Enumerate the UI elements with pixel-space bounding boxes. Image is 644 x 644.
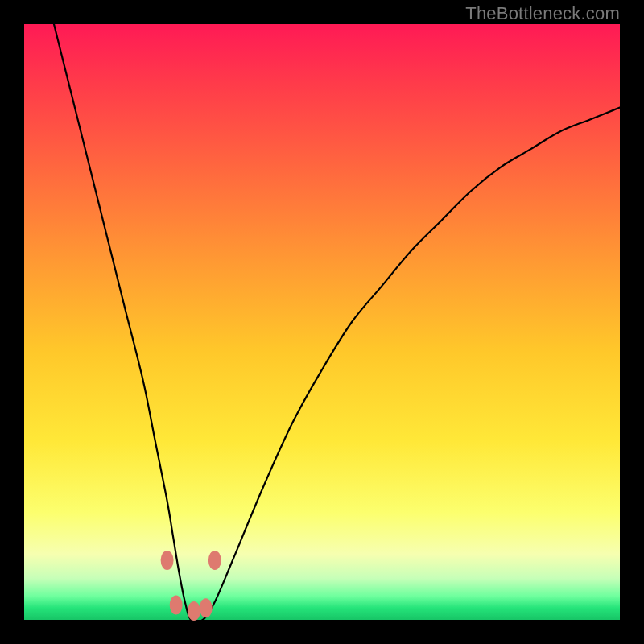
bottleneck-curve [24, 24, 620, 620]
curve-marker [161, 551, 174, 570]
curve-path [54, 24, 620, 622]
plot-area [24, 24, 620, 620]
curve-marker [208, 551, 221, 570]
curve-marker [170, 596, 183, 615]
curve-marker [200, 598, 213, 617]
curve-marker [188, 601, 200, 621]
chart-frame: TheBottleneck.com [0, 0, 644, 644]
curve-markers [161, 551, 221, 621]
watermark-text: TheBottleneck.com [465, 3, 620, 24]
